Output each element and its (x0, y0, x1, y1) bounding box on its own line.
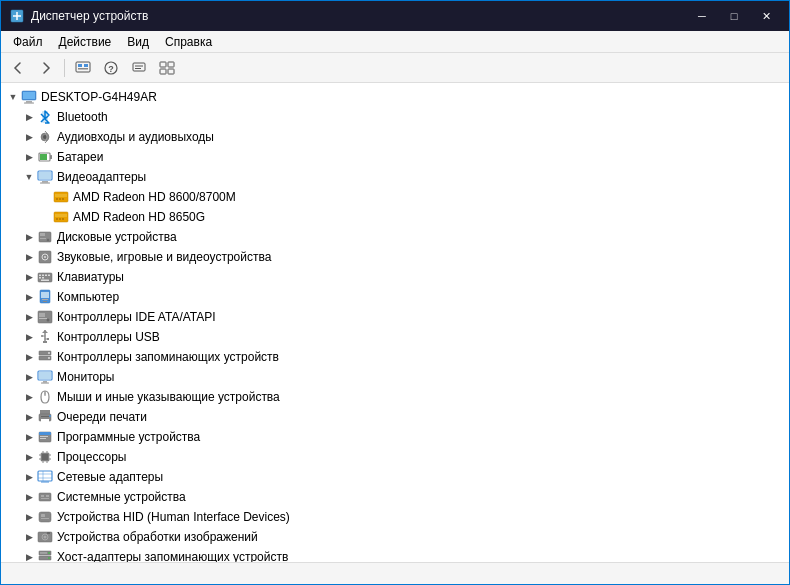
tree-item-bluetooth[interactable]: ▶ Bluetooth (1, 107, 789, 127)
tree-item-hid[interactable]: ▶ Устройства HID (Human Interface Device… (1, 507, 789, 527)
title-controls: ─ □ ✕ (687, 1, 781, 31)
tree-item-computer[interactable]: ▶ Компьютер (1, 287, 789, 307)
hid-expand-icon[interactable]: ▶ (21, 509, 37, 525)
tree-item-storage[interactable]: ▶ Контроллеры запоминающих устройств (1, 347, 789, 367)
menu-view[interactable]: Вид (119, 33, 157, 51)
svg-rect-30 (56, 198, 58, 200)
cpu-expand-icon[interactable]: ▶ (21, 449, 37, 465)
storage-icon (37, 349, 53, 365)
tree-item-gpu2[interactable]: ▶ AMD Radeon HD 8650G (1, 207, 789, 227)
tree-root[interactable]: ▼ DESKTOP-G4H49AR (1, 87, 789, 107)
app-icon (9, 8, 25, 24)
svg-rect-96 (46, 495, 49, 497)
disk-icon (37, 229, 53, 245)
tree-item-disk[interactable]: ▶ Дисковые устройства (1, 227, 789, 247)
tree-item-imaging[interactable]: ▶ Устройства обработки изображений (1, 527, 789, 547)
title-bar: Диспетчер устройств ─ □ ✕ (1, 1, 789, 31)
tree-item-display[interactable]: ▼ Видеоадаптеры (1, 167, 789, 187)
svg-rect-68 (39, 372, 51, 379)
battery-label: Батареи (57, 150, 103, 164)
host-expand-icon[interactable]: ▶ (21, 549, 37, 562)
battery-expand-icon[interactable]: ▶ (21, 149, 37, 165)
audio-expand-icon[interactable]: ▶ (21, 129, 37, 145)
monitors-label: Мониторы (57, 370, 114, 384)
tree-item-monitors[interactable]: ▶ Мониторы (1, 367, 789, 387)
tree-item-audio[interactable]: ▶ Аудиовходы и аудиовыходы (1, 127, 789, 147)
software-expand-icon[interactable]: ▶ (21, 429, 37, 445)
tree-item-system[interactable]: ▶ Системные устройства (1, 487, 789, 507)
toolbar-btn-help[interactable]: ? (98, 56, 124, 80)
gpu2-icon (53, 209, 69, 225)
menu-action[interactable]: Действие (51, 33, 120, 51)
tree-item-battery[interactable]: ▶ Батареи (1, 147, 789, 167)
toolbar-btn-3[interactable] (70, 56, 96, 80)
tree-item-software[interactable]: ▶ Программные устройства (1, 427, 789, 447)
svg-rect-62 (47, 338, 49, 340)
network-expand-icon[interactable]: ▶ (21, 469, 37, 485)
device-tree[interactable]: ▼ DESKTOP-G4H49AR ▶ Bluet (1, 83, 789, 562)
svg-rect-49 (48, 275, 50, 277)
tree-item-keyboard[interactable]: ▶ Клавиатуры (1, 267, 789, 287)
tree-item-mice[interactable]: ▶ Мыши и иные указывающие устройства (1, 387, 789, 407)
svg-rect-7 (133, 63, 145, 71)
bluetooth-expand-icon[interactable]: ▶ (21, 109, 37, 125)
storage-label: Контроллеры запоминающих устройств (57, 350, 279, 364)
display-expand-icon[interactable]: ▼ (21, 169, 37, 185)
forward-button[interactable] (33, 56, 59, 80)
tree-item-print[interactable]: ▶ Очереди печати (1, 407, 789, 427)
mice-expand-icon[interactable]: ▶ (21, 389, 37, 405)
tree-item-host[interactable]: ▶ Хост-адаптеры запоминающих устройств (1, 547, 789, 562)
menu-file[interactable]: Файл (5, 33, 51, 51)
back-button[interactable] (5, 56, 31, 80)
system-expand-icon[interactable]: ▶ (21, 489, 37, 505)
toolbar-btn-5[interactable] (126, 56, 152, 80)
svg-rect-93 (41, 481, 49, 483)
svg-rect-27 (40, 183, 50, 184)
svg-rect-79 (39, 432, 51, 435)
tree-item-gpu1[interactable]: ▶ AMD Radeon HD 8600/8700M (1, 187, 789, 207)
svg-rect-54 (41, 292, 49, 298)
svg-rect-80 (40, 436, 48, 437)
svg-rect-12 (160, 69, 166, 74)
svg-point-44 (44, 256, 46, 258)
tree-item-network[interactable]: ▶ Сетевые адаптеры (1, 467, 789, 487)
network-label: Сетевые адаптеры (57, 470, 163, 484)
toolbar-btn-6[interactable] (154, 56, 180, 80)
disk-label: Дисковые устройства (57, 230, 177, 244)
software-label: Программные устройства (57, 430, 200, 444)
gpu1-label: AMD Radeon HD 8600/8700M (73, 190, 236, 204)
maximize-button[interactable]: □ (719, 1, 749, 31)
imaging-expand-icon[interactable]: ▶ (21, 529, 37, 545)
tree-item-ide[interactable]: ▶ Контроллеры IDE ATA/ATAPI (1, 307, 789, 327)
tree-item-sound[interactable]: ▶ Звуковые, игровые и видеоустройства (1, 247, 789, 267)
svg-rect-3 (84, 64, 88, 67)
svg-rect-15 (23, 92, 35, 99)
disk-expand-icon[interactable]: ▶ (21, 229, 37, 245)
close-button[interactable]: ✕ (751, 1, 781, 31)
print-expand-icon[interactable]: ▶ (21, 409, 37, 425)
svg-rect-95 (41, 495, 44, 497)
computer-expand-icon[interactable]: ▶ (21, 289, 37, 305)
usb-label: Контроллеры USB (57, 330, 160, 344)
svg-point-61 (41, 335, 43, 337)
keyboard-expand-icon[interactable]: ▶ (21, 269, 37, 285)
monitors-expand-icon[interactable]: ▶ (21, 369, 37, 385)
usb-icon (37, 329, 53, 345)
sound-expand-icon[interactable]: ▶ (21, 249, 37, 265)
svg-rect-41 (40, 238, 46, 239)
svg-point-20 (43, 135, 47, 139)
ide-expand-icon[interactable]: ▶ (21, 309, 37, 325)
display-label: Видеоадаптеры (57, 170, 146, 184)
storage-expand-icon[interactable]: ▶ (21, 349, 37, 365)
minimize-button[interactable]: ─ (687, 1, 717, 31)
root-expand-icon[interactable]: ▼ (5, 89, 21, 105)
svg-rect-100 (41, 518, 49, 519)
svg-rect-39 (40, 233, 45, 236)
ide-label: Контроллеры IDE ATA/ATAPI (57, 310, 216, 324)
usb-expand-icon[interactable]: ▶ (21, 329, 37, 345)
tree-item-usb[interactable]: ▶ Контроллеры USB (1, 327, 789, 347)
svg-rect-98 (39, 512, 51, 522)
sound-label: Звуковые, игровые и видеоустройства (57, 250, 271, 264)
menu-help[interactable]: Справка (157, 33, 220, 51)
tree-item-cpu[interactable]: ▶ Процессоры (1, 447, 789, 467)
